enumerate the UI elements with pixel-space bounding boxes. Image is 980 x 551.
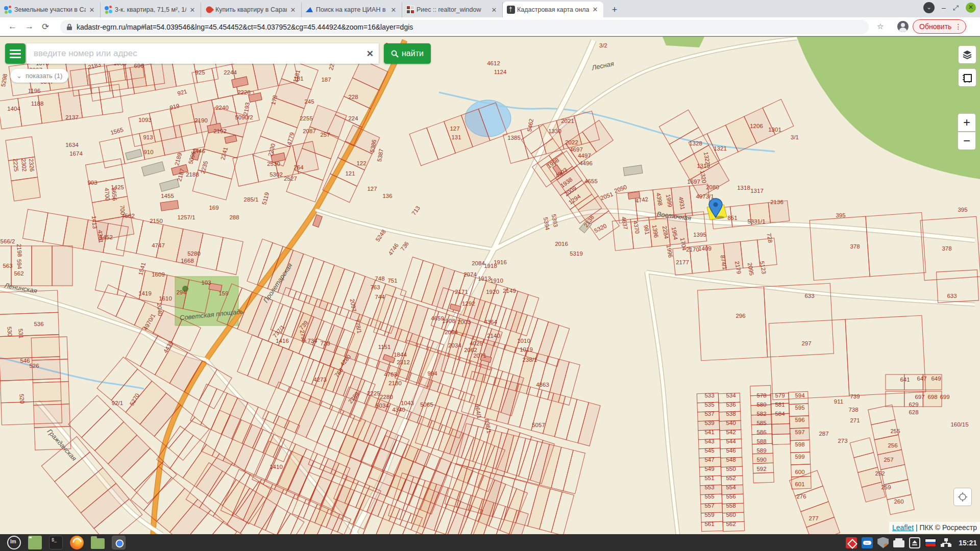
parcel-label: 1257/1 <box>177 214 195 220</box>
parcel-label: 548 <box>726 457 736 463</box>
parcel-label: 558 <box>726 503 736 509</box>
new-tab-button[interactable]: + <box>607 3 622 17</box>
tv-tray-icon[interactable] <box>862 537 873 548</box>
anydesk-tray-icon[interactable] <box>846 537 857 548</box>
parcel-label: 594 <box>16 259 23 270</box>
tab-search-icon[interactable]: ⌄ <box>923 2 935 13</box>
parcel-label: 595 <box>795 405 804 411</box>
system-tray: 15:21 <box>846 534 977 551</box>
search-input[interactable] <box>27 43 379 64</box>
term-launcher-icon[interactable] <box>49 536 63 549</box>
parcel-label: 1206 <box>750 123 763 129</box>
tab-close-icon[interactable]: ✕ <box>389 6 398 14</box>
eject-tray-icon[interactable] <box>909 537 920 548</box>
parcel-label: 1410 <box>270 464 283 470</box>
parcel-label: 1301 <box>768 127 781 133</box>
minimize-button[interactable]: – <box>942 4 946 12</box>
close-button[interactable]: ✕ <box>966 3 976 13</box>
net-tray-icon[interactable] <box>941 537 952 548</box>
parcel-label: 1292 <box>462 300 475 307</box>
parcel-label: 1610 <box>159 295 172 302</box>
browser-tab-6[interactable]: Кадастровая карта онлайн✕ <box>503 2 603 17</box>
parcel-label: 580 <box>756 402 766 408</box>
chevron-down-icon: ⌄ <box>16 72 22 80</box>
browser-menu-icon[interactable]: ⋮ <box>954 22 962 31</box>
map-attribution: Leaflet | ПКК © Росреестр <box>889 522 980 533</box>
parcel-label: 1321 <box>714 145 727 152</box>
show-results-chip[interactable]: ⌄ показать (1) <box>10 69 68 83</box>
parcel-label: 1010 <box>517 338 530 344</box>
browser-tab-5[interactable]: Риес :: realtor_window✕ <box>402 2 503 17</box>
parcel-label: 131 <box>451 134 461 140</box>
clear-search-icon[interactable]: ✕ <box>366 48 374 59</box>
parcel-label: 540 <box>726 420 736 426</box>
parcel-label: 159 <box>218 290 228 296</box>
zoom-in-button[interactable]: + <box>958 113 976 132</box>
parcel-label: 2071 <box>473 353 486 359</box>
parcel-label: 738 <box>848 407 858 413</box>
mint-launcher-icon[interactable] <box>7 536 21 549</box>
zoom-out-button[interactable]: − <box>958 132 976 150</box>
parcel-label: 552 <box>726 475 736 481</box>
parcel-label: 1019 <box>520 346 533 353</box>
cadastral-map[interactable]: 5298200710768851196537711881404213721221… <box>0 37 980 535</box>
shield-tray-icon[interactable] <box>877 537 889 548</box>
parcel-label: 4655 <box>584 178 598 184</box>
menu-hamburger-button[interactable] <box>5 43 26 64</box>
tab-title: Риес :: realtor_window <box>416 6 488 13</box>
parcel-label: 744 <box>375 294 385 300</box>
chrome-launcher-icon[interactable] <box>112 536 125 549</box>
parcel-label: 1455 <box>161 193 174 199</box>
printer-tray-icon[interactable] <box>893 540 904 547</box>
parcel-label: 546 <box>20 358 30 364</box>
folder-launcher-icon[interactable] <box>91 538 105 549</box>
parcel-label: 2021 <box>561 118 574 124</box>
parcel-label: 597 <box>795 429 804 435</box>
parcel-label: 2003 <box>457 319 471 325</box>
layers-button[interactable] <box>958 45 976 64</box>
firefox-launcher-icon[interactable] <box>70 536 84 549</box>
parcel-label: 2084 <box>472 260 485 266</box>
parcel-label: 181 <box>293 76 303 82</box>
parcel-label: 4612 <box>487 60 500 66</box>
parcel-label: 535 <box>704 402 714 408</box>
back-icon[interactable]: ← <box>8 21 17 32</box>
parcel-label: 541 <box>704 429 714 435</box>
address-bar[interactable]: kadastr-egrn.ru/map#lat=54.039546&lng=45… <box>60 20 869 34</box>
tab-close-icon[interactable]: ✕ <box>188 6 197 14</box>
measure-button[interactable] <box>958 68 976 87</box>
parcel-label: 2140 <box>487 333 500 339</box>
find-button[interactable]: найти <box>384 43 431 64</box>
map-canvas[interactable]: 5298200710768851196537711881404213721221… <box>0 36 980 534</box>
leaflet-link[interactable]: Leaflet <box>892 523 914 532</box>
parcel-label: 4364 <box>484 319 497 325</box>
reload-icon[interactable]: ⟳ <box>42 21 49 32</box>
parcel-label: 566/2 <box>1 238 15 244</box>
geolocate-button[interactable] <box>953 488 972 506</box>
parcel-label: 2034 <box>448 342 461 348</box>
parcel-label: 910 <box>143 149 153 155</box>
parcel-label: 287 <box>819 431 828 437</box>
browser-tab-2[interactable]: 3-к. квартира, 71,5 м², 1/4 эт✕ <box>101 2 201 17</box>
tab-close-icon[interactable]: ✕ <box>289 6 297 14</box>
forward-icon[interactable]: → <box>25 21 34 32</box>
parcel-label: 1409 <box>698 245 712 252</box>
flag-tray-icon[interactable] <box>925 539 936 547</box>
restore-button[interactable]: ⤢ <box>953 4 959 12</box>
browser-tab-1[interactable]: Земельные участки в Саран✕ <box>0 2 101 17</box>
tab-close-icon[interactable]: ✕ <box>88 6 96 14</box>
parcel-label: 550 <box>726 466 736 472</box>
update-chrome-button[interactable]: Обновить ⋮ <box>913 19 966 34</box>
parcel-label: 579 <box>775 392 785 398</box>
profile-avatar[interactable] <box>897 21 909 32</box>
tab-close-icon[interactable]: ✕ <box>591 6 599 13</box>
browser-tab-3[interactable]: Купить квартиру в Саранске✕ <box>201 2 302 17</box>
parcel-label: 2137 <box>65 114 79 120</box>
parcel-label: 563 <box>3 263 12 269</box>
parcel-label: 1319 <box>697 163 710 169</box>
parcel-label: 1330 <box>548 128 561 134</box>
bookmark-star-icon[interactable]: ☆ <box>877 22 884 31</box>
greenwin-launcher-icon[interactable] <box>28 536 42 549</box>
browser-tab-4[interactable]: Поиск на карте ЦИАН в Сар✕ <box>302 2 402 17</box>
tab-close-icon[interactable]: ✕ <box>490 6 498 14</box>
